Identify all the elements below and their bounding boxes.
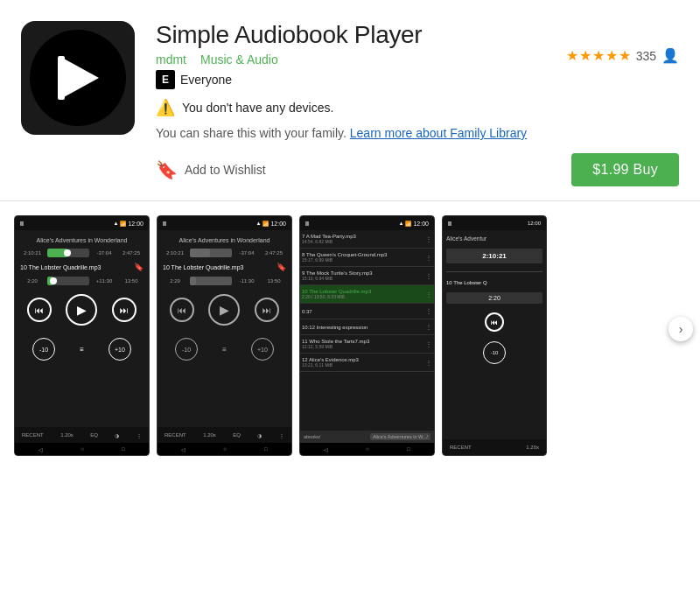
- star-rating: ★ ★ ★ ★ ★: [566, 47, 631, 64]
- age-rating-row: E Everyone: [156, 70, 679, 89]
- icon-play-triangle: [64, 59, 99, 97]
- rating-row: ★ ★ ★ ★ ★ 335 👤: [566, 47, 679, 64]
- warning-text: You don't have any devices.: [182, 101, 333, 115]
- add-to-wishlist-button[interactable]: 🔖 Add to Wishlist: [156, 159, 266, 180]
- screenshot-4[interactable]: II 12:00 Alice's Adventur 2:10:21 10 The…: [442, 215, 547, 456]
- screenshot-1[interactable]: II ▲ 📶 12:00 Alice's Adventures in Wonde…: [14, 215, 150, 456]
- person-icon: 👤: [662, 47, 679, 64]
- screenshot-3[interactable]: II ▲ 📶 12:00 7 A Mad Tea-Party.mp3 14:54…: [299, 215, 435, 456]
- share-text: You can share this with your family. Lea…: [156, 124, 679, 143]
- warning-row: ⚠️ You don't have any devices.: [156, 98, 679, 117]
- icon-vertical-bar: [58, 56, 65, 100]
- action-row: 🔖 Add to Wishlist $1.99 Buy: [156, 153, 679, 186]
- app-header: Simple Audiobook Player mdmt Music & Aud…: [0, 0, 700, 200]
- esrb-badge: E: [156, 70, 175, 89]
- rating-count: 335: [636, 49, 656, 63]
- wishlist-icon: 🔖: [156, 159, 178, 180]
- family-library-link[interactable]: Learn more about Family Library: [350, 126, 527, 140]
- star-4: ★: [606, 47, 618, 64]
- category-link[interactable]: Music & Audio: [200, 53, 278, 67]
- screenshots-section: II ▲ 📶 12:00 Alice's Adventures in Wonde…: [0, 201, 700, 456]
- app-details: Simple Audiobook Player mdmt Music & Aud…: [156, 21, 679, 186]
- star-1: ★: [566, 47, 578, 64]
- star-half: ★: [619, 47, 631, 64]
- next-screenshot-arrow[interactable]: ›: [668, 317, 693, 341]
- star-3: ★: [592, 47, 605, 64]
- share-text-content: You can share this with your family.: [156, 126, 346, 140]
- age-rating-text: Everyone: [180, 73, 232, 87]
- wishlist-label: Add to Wishlist: [185, 163, 266, 177]
- warning-icon: ⚠️: [156, 98, 175, 117]
- app-title: Simple Audiobook Player: [156, 21, 679, 49]
- screenshots-container: II ▲ 📶 12:00 Alice's Adventures in Wonde…: [0, 215, 700, 456]
- app-icon: [21, 21, 135, 135]
- screenshot-2[interactable]: II ▲ 📶 12:00 Alice's Adventures in Wonde…: [157, 215, 292, 456]
- buy-button[interactable]: $1.99 Buy: [571, 153, 679, 186]
- developer-link[interactable]: mdmt: [156, 53, 186, 67]
- star-2: ★: [579, 47, 592, 64]
